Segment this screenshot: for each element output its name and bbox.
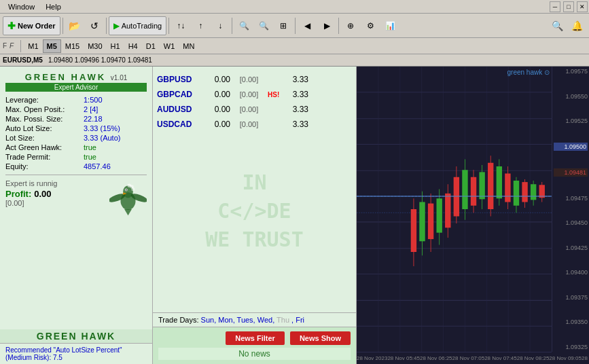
nav-left-icon: ◀	[304, 21, 310, 31]
zoom-out-icon: 🔍	[259, 21, 269, 31]
ea-subtitle: Expert Advisor	[5, 83, 147, 92]
pair-spread-usdcad: 3.33	[288, 120, 308, 129]
ea-row-lot: Lot Size: 3.33 (Auto)	[5, 134, 147, 142]
settings-btn[interactable]: ⚙	[361, 16, 380, 35]
pair-bracket-gbpcad: [0.00]	[230, 90, 268, 98]
tf-chart-icon[interactable]: F	[3, 42, 7, 50]
nav-btn-1[interactable]: ◀	[298, 16, 317, 35]
tf-m15[interactable]: M15	[61, 39, 84, 53]
chart-btn-3[interactable]: ↓	[211, 16, 230, 35]
ea-info: GREEN HAWK v1.01 Expert Advisor Leverage…	[0, 67, 152, 329]
tf-w1[interactable]: W1	[160, 39, 179, 53]
trade-label: Trade Permit:	[5, 153, 84, 161]
pair-price-usdcad: 0.00	[203, 120, 230, 129]
tf-h1[interactable]: H1	[107, 39, 124, 53]
pair-bracket-audusd: [0.00]	[230, 105, 268, 113]
profit-value: 0.00	[34, 189, 51, 199]
news-show-button[interactable]: News Show	[290, 331, 351, 345]
trade-days-label: Trade Days:	[158, 316, 199, 324]
toolbar-btn-2[interactable]: ↺	[85, 16, 104, 35]
leverage-value: 1:500	[84, 96, 103, 104]
candlestick-chart	[357, 67, 552, 352]
zoom-out-btn[interactable]: 🔍	[254, 16, 273, 35]
trade-days-row: Trade Days: Sun, Mon, Tues, Wed, Thu , F…	[153, 312, 356, 327]
chart-panel[interactable]: green hawk ⊙	[357, 67, 589, 364]
pair-price-audusd: 0.00	[203, 105, 230, 114]
price-tick-4: 1.09500	[554, 143, 588, 151]
chart-btn-1[interactable]: ↑↓	[171, 16, 190, 35]
ea-row-maxpos: Max. Possi. Size: 22.18	[5, 115, 147, 123]
auto-lot-value: 3.33 (15%)	[84, 124, 120, 132]
pair-spread-gbpcad: 3.33	[288, 90, 308, 99]
price-tick-2: 1.09550	[554, 93, 588, 100]
chart-icon-1: ↑↓	[177, 21, 185, 31]
time-tick-5: 28 Nov 08:25	[517, 355, 550, 361]
autotrading-button[interactable]: ▶ AutoTrading	[109, 16, 167, 35]
price-tick-3: 1.09525	[554, 117, 588, 124]
new-order-label: New Order	[18, 22, 56, 30]
menu-help[interactable]: Help	[40, 1, 67, 12]
price-tick-9: 1.09375	[554, 294, 588, 301]
trade-value: true	[84, 153, 96, 161]
chart-icon-2: ↑	[198, 21, 202, 31]
price-tick-ask: 1.09481	[554, 168, 588, 177]
zoom-in-btn[interactable]: 🔍	[234, 16, 253, 35]
news-buttons: News Filter News Show	[158, 331, 351, 345]
svg-rect-38	[479, 172, 484, 199]
trade-days-fri: , Fri	[291, 316, 304, 324]
tf-f-icon[interactable]: F	[10, 42, 14, 50]
lot-value: 3.33 (Auto)	[84, 134, 120, 142]
alert-icon: 🔔	[571, 20, 583, 31]
tf-m5[interactable]: M5	[43, 39, 61, 53]
search-icon: 🔍	[552, 20, 563, 31]
tf-m30[interactable]: M30	[84, 39, 106, 53]
ea-row-trade: Trade Permit: true	[5, 153, 147, 161]
time-tick-0: 28 Nov 2023	[357, 355, 387, 361]
tf-mn[interactable]: MN	[179, 39, 198, 53]
nav-btn-2[interactable]: ▶	[317, 16, 336, 35]
pair-name-gbpcad: GBPCAD	[157, 90, 203, 99]
profit-bracket: [0.00]	[5, 199, 57, 207]
ea-version: v1.01	[111, 74, 127, 81]
ea-logo: GREEN HAWK	[0, 329, 152, 343]
pair-hs-gbpcad: HS!	[268, 91, 288, 98]
close-btn[interactable]: ✕	[577, 1, 588, 12]
search-btn[interactable]: 🔍	[548, 16, 567, 35]
trade-days-value: Sun, Mon, Tues, Wed,	[201, 316, 277, 324]
max-pos-label: Max. Possi. Size:	[5, 115, 84, 123]
grid-btn[interactable]: ⊞	[274, 16, 293, 35]
svg-rect-62	[445, 194, 450, 228]
maximize-btn[interactable]: □	[563, 1, 574, 12]
pair-price-gbpcad: 0.00	[203, 90, 230, 99]
act-label: Act Green Hawk:	[5, 143, 84, 151]
ea-profit-row: Profit: 0.00	[5, 189, 57, 199]
tf-d1[interactable]: D1	[142, 39, 160, 53]
lot-label: Lot Size:	[5, 134, 84, 142]
hawk-icon	[109, 179, 147, 217]
tf-m1[interactable]: M1	[24, 39, 42, 53]
pair-name-gbpusd: GBPUSD	[157, 75, 203, 84]
chart-btn-2[interactable]: ↑	[191, 16, 210, 35]
news-filter-button[interactable]: News Filter	[226, 331, 285, 345]
news-area: News Filter News Show No news	[153, 327, 356, 364]
sep2	[106, 18, 107, 34]
pair-price-gbpusd: 0.00	[203, 75, 230, 84]
minimize-btn[interactable]: ─	[550, 1, 560, 12]
price-tick-5: 1.09475	[554, 195, 588, 202]
symbol-prices: 1.09480 1.09496 1.09470 1.09481	[48, 56, 152, 64]
equity-value: 4857.46	[84, 162, 111, 170]
template-icon: 📊	[385, 21, 395, 31]
indicator-btn[interactable]: ⊕	[341, 16, 360, 35]
pair-row-gbpcad: GBPCAD 0.00 [0.00] HS! 3.33	[156, 87, 353, 102]
menu-window[interactable]: Window	[3, 1, 40, 12]
alert-btn[interactable]: 🔔	[567, 16, 586, 35]
time-tick-6: 28 Nov 09:05	[549, 355, 582, 361]
time-tick-3: 28 Nov 07:05	[452, 355, 485, 361]
ea-bottom: Expert is runnig Profit: 0.00 [0.00]	[5, 179, 147, 217]
tf-h4[interactable]: H4	[124, 39, 142, 53]
new-order-button[interactable]: ✚ New Order	[3, 16, 60, 35]
nav-right-icon: ▶	[324, 21, 330, 31]
toolbar-btn-1[interactable]: 📂	[65, 16, 84, 35]
time-tick-4: 28 Nov 07:45	[484, 355, 517, 361]
template-btn[interactable]: 📊	[380, 16, 399, 35]
